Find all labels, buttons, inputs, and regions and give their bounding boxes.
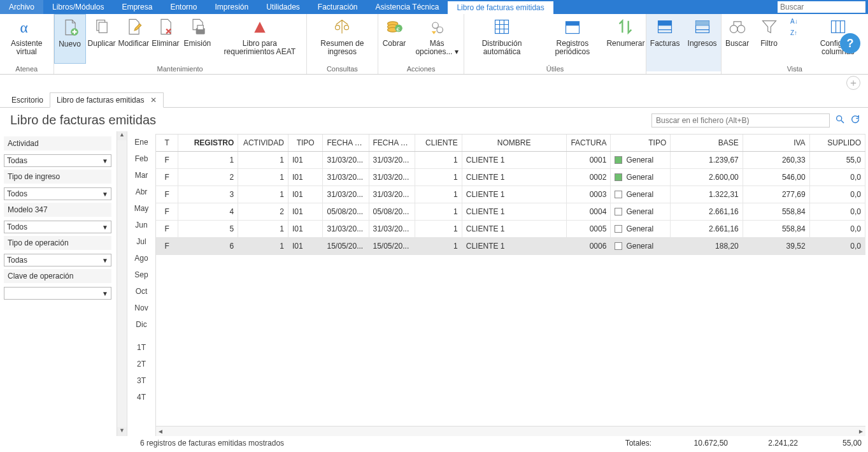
- month-jun[interactable]: Jun: [127, 217, 155, 233]
- facturas-toggle[interactable]: Facturas: [646, 14, 684, 71]
- menu-facturacion[interactable]: Facturación: [309, 0, 367, 14]
- sort-desc-icon[interactable]: Z↑: [786, 28, 807, 37]
- col-base[interactable]: BASE: [671, 135, 743, 152]
- cell-fecha-e: 05/08/20...: [369, 203, 415, 221]
- help-button[interactable]: ?: [840, 33, 860, 54]
- refresh-icon[interactable]: [850, 114, 860, 126]
- table-row[interactable]: F11I0131/03/20...31/03/20...1CLIENTE 100…: [156, 152, 865, 169]
- search-icon[interactable]: [835, 114, 845, 126]
- month-selector: Ene Feb Mar Abr May Jun Jul Ago Sep Oct …: [127, 131, 155, 436]
- quarter-4t[interactable]: 4T: [127, 389, 155, 405]
- cell-tipo2: General: [611, 238, 671, 255]
- month-jul[interactable]: Jul: [127, 233, 155, 250]
- distribucion-button[interactable]: Distribución automática: [464, 14, 539, 64]
- ingresos-toggle[interactable]: Ingresos: [684, 14, 721, 71]
- global-search[interactable]: [778, 1, 865, 13]
- col-tipo2[interactable]: TIPO: [611, 135, 671, 152]
- month-dic[interactable]: Dic: [127, 316, 155, 333]
- col-t[interactable]: T: [156, 135, 178, 152]
- filter-tipo-ingreso-select[interactable]: Todos▼: [4, 187, 111, 200]
- modificar-button[interactable]: Modificar: [118, 14, 150, 64]
- quarter-3t[interactable]: 3T: [127, 372, 155, 389]
- file-search-input[interactable]: [651, 113, 830, 128]
- global-search-input[interactable]: [778, 1, 865, 13]
- filtro-button[interactable]: Filtro: [753, 14, 785, 64]
- filter-tipo-operacion-select[interactable]: Todas▼: [4, 254, 111, 266]
- col-factura[interactable]: FACTURA: [566, 135, 611, 152]
- menu-libros[interactable]: Libros/Módulos: [43, 0, 113, 14]
- menu-archivo[interactable]: Archivo: [0, 0, 43, 14]
- scroll-down-icon[interactable]: ▼: [117, 427, 127, 436]
- month-oct[interactable]: Oct: [127, 283, 155, 300]
- nuevo-button[interactable]: Nuevo: [54, 14, 86, 64]
- chevron-down-icon: ▼: [102, 157, 108, 164]
- table-row[interactable]: F51I0131/03/20...31/03/20...1CLIENTE 100…: [156, 221, 865, 238]
- col-registro[interactable]: REGISTRO: [178, 135, 238, 152]
- menu-asistencia[interactable]: Asistencia Técnica: [367, 0, 448, 14]
- tab-libro-facturas[interactable]: Libro de facturas emitidas ✕: [50, 92, 164, 108]
- col-cliente[interactable]: CLIENTE: [415, 135, 462, 152]
- cell-suplido: 0,0: [809, 221, 865, 238]
- registros-periodicos-button[interactable]: Registros periódicos: [539, 14, 606, 64]
- month-feb[interactable]: Feb: [127, 150, 155, 167]
- month-abr[interactable]: Abr: [127, 184, 155, 200]
- col-iva[interactable]: IVA: [743, 135, 809, 152]
- table-icon: [655, 17, 675, 37]
- tab-escritorio[interactable]: Escritorio: [5, 93, 50, 107]
- month-ago[interactable]: Ago: [127, 250, 155, 266]
- menu-impresion[interactable]: Impresión: [206, 0, 257, 14]
- quarter-2t[interactable]: 2T: [127, 356, 155, 372]
- totals-base: 10.672,50: [651, 439, 728, 448]
- ribbon-tab-active[interactable]: Libro de facturas emitidas: [448, 0, 553, 14]
- menu-empresa[interactable]: Empresa: [113, 0, 161, 14]
- libro-aeat-button[interactable]: Libro para requerimientos AEAT: [213, 14, 306, 64]
- add-tab-button[interactable]: ＋: [846, 76, 860, 90]
- tipo-swatch-icon: [615, 242, 622, 250]
- mas-opciones-button[interactable]: Más opciones... ▾: [410, 14, 464, 64]
- col-suplido[interactable]: SUPLIDO: [809, 135, 865, 152]
- col-actividad[interactable]: ACTIVIDAD: [238, 135, 288, 152]
- asistente-virtual-button[interactable]: α Asistente virtual: [0, 14, 53, 64]
- table-row[interactable]: F31I0131/03/20...31/03/20...1CLIENTE 100…: [156, 186, 865, 203]
- table-header-row: T REGISTRO ACTIVIDAD TIPO FECHA R... FEC…: [156, 135, 865, 152]
- col-fecha-r[interactable]: FECHA R...: [323, 135, 369, 152]
- resumen-ingresos-button[interactable]: Resumen de ingresos: [307, 14, 378, 64]
- filter-clave-operacion-select[interactable]: ▼: [4, 287, 111, 300]
- scroll-right-icon[interactable]: ►: [858, 428, 864, 435]
- emision-button[interactable]: Emisión: [181, 14, 213, 64]
- filter-modelo347-value: Todos: [7, 222, 27, 231]
- month-may[interactable]: May: [127, 200, 155, 217]
- duplicar-button[interactable]: Duplicar: [86, 14, 118, 64]
- col-tipo[interactable]: TIPO: [288, 135, 323, 152]
- table-row[interactable]: F61I0115/05/20...15/05/20...1CLIENTE 100…: [156, 238, 865, 255]
- filters-scrollbar[interactable]: ▲ ▼: [117, 131, 127, 436]
- cell-tipo: I01: [288, 221, 323, 238]
- col-nombre[interactable]: NOMBRE: [462, 135, 566, 152]
- month-mar[interactable]: Mar: [127, 167, 155, 184]
- buscar-button[interactable]: Buscar: [722, 14, 753, 64]
- sort-buttons[interactable]: A↓ Z↑: [785, 14, 808, 64]
- table-row[interactable]: F21I0131/03/20...31/03/20...1CLIENTE 100…: [156, 169, 865, 186]
- scroll-up-icon[interactable]: ▲: [117, 131, 127, 140]
- cell-actividad: 1: [238, 221, 288, 238]
- scroll-left-icon[interactable]: ◄: [157, 428, 164, 435]
- sort-asc-icon[interactable]: A↓: [786, 17, 807, 26]
- eliminar-button[interactable]: Eliminar: [150, 14, 181, 64]
- svg-point-7: [345, 26, 349, 30]
- filter-actividad-select[interactable]: Todas▼: [4, 154, 111, 167]
- table-h-scrollbar[interactable]: ◄ ►: [156, 426, 865, 436]
- month-sep[interactable]: Sep: [127, 266, 155, 283]
- quarter-1t[interactable]: 1T: [127, 339, 155, 356]
- menu-entorno[interactable]: Entorno: [161, 0, 206, 14]
- cell-tipo: I01: [288, 186, 323, 203]
- cobrar-button[interactable]: € Cobrar: [378, 14, 410, 64]
- filter-tipo-ingreso-label: Tipo de ingreso: [4, 170, 111, 184]
- table-row[interactable]: F42I0105/08/20...05/08/20...1CLIENTE 100…: [156, 203, 865, 221]
- col-fecha-e[interactable]: FECHA E...: [369, 135, 415, 152]
- filter-modelo347-select[interactable]: Todos▼: [4, 221, 111, 233]
- month-ene[interactable]: Ene: [127, 134, 155, 150]
- menu-utilidades[interactable]: Utilidades: [257, 0, 309, 14]
- month-nov[interactable]: Nov: [127, 300, 155, 316]
- renumerar-button[interactable]: Renumerar: [606, 14, 646, 64]
- close-tab-icon[interactable]: ✕: [150, 96, 157, 105]
